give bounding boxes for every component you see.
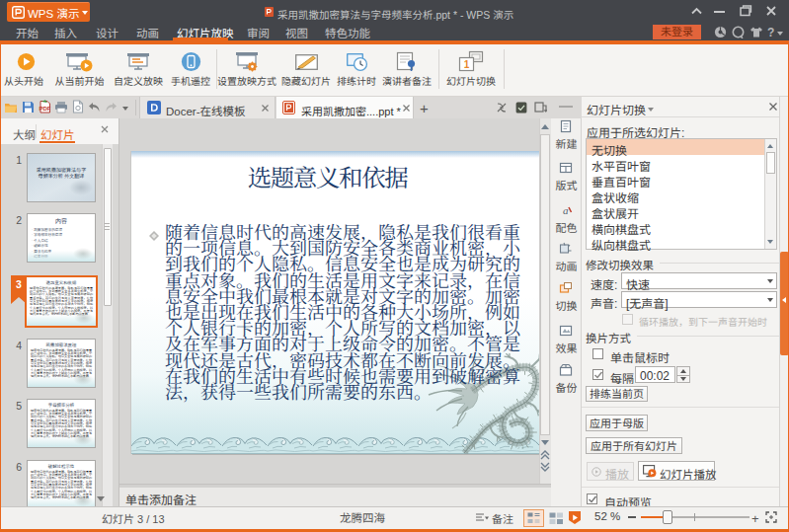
svg-text:1: 1: [464, 59, 470, 70]
svg-text:a: a: [563, 204, 569, 216]
svg-text:PDF: PDF: [39, 106, 51, 112]
